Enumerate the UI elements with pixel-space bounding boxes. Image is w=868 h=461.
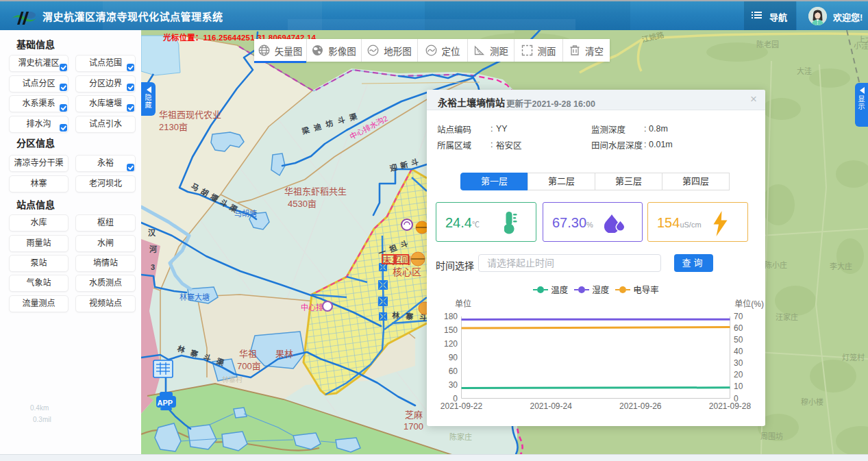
svg-text:2021-09-28: 2021-09-28 (709, 401, 752, 411)
svg-text:1700: 1700 (404, 421, 423, 432)
svg-text:陈家庄: 陈家庄 (449, 432, 472, 441)
svg-text:50: 50 (734, 335, 743, 345)
svg-text:华祖: 华祖 (239, 349, 257, 359)
svg-text:150: 150 (444, 325, 458, 335)
svg-text:灯笼村: 灯笼村 (842, 353, 865, 362)
svg-text:40: 40 (734, 347, 743, 356)
svg-text:陈小庄: 陈小庄 (765, 260, 787, 269)
svg-text:汉: 汉 (148, 228, 157, 237)
svg-text:单位(%): 单位(%) (734, 299, 764, 309)
svg-text:90: 90 (449, 353, 458, 362)
svg-text:陈老园: 陈老园 (756, 40, 779, 49)
svg-text:华祖西现代农业: 华祖西现代农业 (159, 110, 221, 120)
svg-text:大洼: 大洼 (797, 66, 812, 75)
svg-text:未招则: 未招则 (382, 255, 411, 266)
svg-text:汪家庄: 汪家庄 (776, 312, 798, 321)
svg-text:60: 60 (734, 323, 743, 333)
svg-text:2021-09-24: 2021-09-24 (530, 401, 573, 411)
svg-text:2130亩: 2130亩 (159, 122, 188, 132)
svg-text:上大: 上大 (858, 35, 868, 44)
svg-text:APP: APP (158, 399, 173, 407)
svg-text:林寨大塘: 林寨大塘 (179, 292, 210, 301)
svg-text:河: 河 (149, 245, 157, 253)
svg-text:芝麻: 芝麻 (405, 410, 423, 420)
svg-text:4530亩: 4530亩 (288, 199, 317, 209)
svg-text:单位: 单位 (455, 299, 471, 309)
svg-text:20: 20 (734, 370, 743, 379)
svg-text:果林: 果林 (275, 349, 293, 359)
svg-text:10: 10 (734, 382, 743, 391)
svg-text:120: 120 (444, 339, 458, 349)
svg-text:30: 30 (734, 358, 743, 368)
svg-text:60: 60 (449, 366, 458, 376)
svg-text:华祖东虾稻共生: 华祖东虾稻共生 (284, 186, 347, 197)
svg-text:林寨村: 林寨村 (222, 375, 243, 384)
svg-text:周围坊: 周围坊 (760, 432, 783, 440)
svg-text:180: 180 (444, 312, 458, 321)
svg-text:李大庄: 李大庄 (830, 262, 852, 271)
svg-text:3: 3 (151, 263, 155, 271)
svg-text:穆小楼: 穆小楼 (801, 397, 823, 406)
svg-text:核心区: 核心区 (393, 266, 421, 277)
svg-text:700亩: 700亩 (237, 361, 261, 371)
svg-text:2021-09-22: 2021-09-22 (441, 401, 483, 411)
svg-text:70: 70 (734, 312, 743, 321)
svg-text:30: 30 (449, 380, 458, 390)
svg-text:2021-09-26: 2021-09-26 (619, 401, 662, 411)
